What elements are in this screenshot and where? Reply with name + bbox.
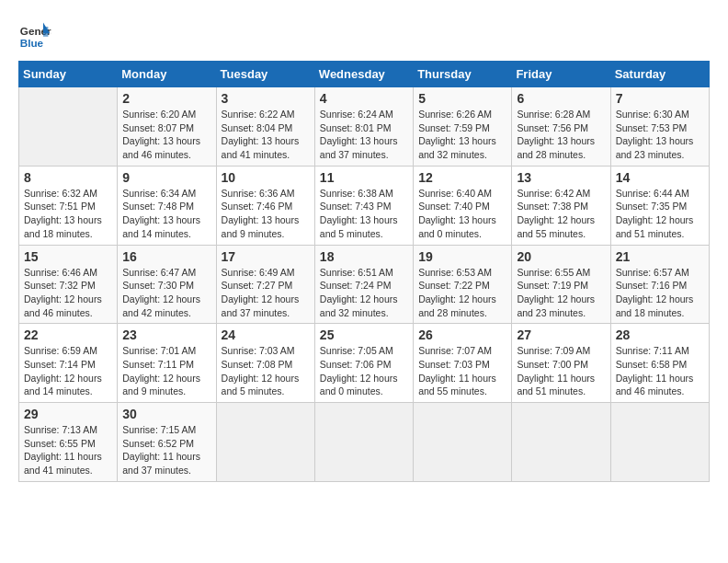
calendar-cell: 28Sunrise: 7:11 AM Sunset: 6:58 PM Dayli… [610,324,709,403]
calendar-table: SundayMondayTuesdayWednesdayThursdayFrid… [18,61,710,482]
calendar-cell: 23Sunrise: 7:01 AM Sunset: 7:11 PM Dayli… [118,324,216,403]
day-info: Sunrise: 6:49 AM Sunset: 7:27 PM Dayligh… [222,266,310,320]
day-info: Sunrise: 6:30 AM Sunset: 7:53 PM Dayligh… [616,108,704,162]
header-day-wednesday: Wednesday [314,62,413,87]
day-number: 16 [122,249,210,264]
day-info: Sunrise: 6:53 AM Sunset: 7:22 PM Dayligh… [418,266,506,320]
day-info: Sunrise: 6:42 AM Sunset: 7:38 PM Dayligh… [517,187,605,241]
calendar-cell: 2Sunrise: 6:20 AM Sunset: 8:07 PM Daylig… [118,87,216,167]
calendar-cell: 13Sunrise: 6:42 AM Sunset: 7:38 PM Dayli… [512,166,610,245]
day-info: Sunrise: 6:20 AM Sunset: 8:07 PM Dayligh… [122,108,210,162]
calendar-cell: 27Sunrise: 7:09 AM Sunset: 7:00 PM Dayli… [512,324,610,403]
calendar-cell: 22Sunrise: 6:59 AM Sunset: 7:14 PM Dayli… [19,324,118,403]
calendar-cell: 17Sunrise: 6:49 AM Sunset: 7:27 PM Dayli… [216,245,314,324]
day-info: Sunrise: 7:01 AM Sunset: 7:11 PM Dayligh… [122,344,210,398]
calendar-cell: 12Sunrise: 6:40 AM Sunset: 7:40 PM Dayli… [414,166,512,245]
calendar-cell [512,403,610,482]
header-row: SundayMondayTuesdayWednesdayThursdayFrid… [19,62,710,87]
calendar-body: 2Sunrise: 6:20 AM Sunset: 8:07 PM Daylig… [19,87,710,482]
calendar-cell [19,87,118,167]
calendar-cell: 15Sunrise: 6:46 AM Sunset: 7:32 PM Dayli… [19,245,118,324]
logo: General Blue [18,18,51,52]
day-info: Sunrise: 7:03 AM Sunset: 7:08 PM Dayligh… [222,344,310,398]
calendar-cell: 29Sunrise: 7:13 AM Sunset: 6:55 PM Dayli… [19,403,118,482]
day-number: 24 [222,327,310,342]
calendar-cell: 25Sunrise: 7:05 AM Sunset: 7:06 PM Dayli… [314,324,413,403]
day-info: Sunrise: 6:24 AM Sunset: 8:01 PM Dayligh… [320,108,408,162]
calendar-cell: 5Sunrise: 6:26 AM Sunset: 7:59 PM Daylig… [414,87,512,167]
day-number: 17 [222,249,310,264]
header-day-thursday: Thursday [414,62,512,87]
page-header: General Blue [18,18,710,52]
day-info: Sunrise: 6:44 AM Sunset: 7:35 PM Dayligh… [616,187,704,241]
day-info: Sunrise: 7:05 AM Sunset: 7:06 PM Dayligh… [320,344,408,398]
day-info: Sunrise: 6:59 AM Sunset: 7:14 PM Dayligh… [24,344,112,398]
day-info: Sunrise: 6:57 AM Sunset: 7:16 PM Dayligh… [616,266,704,320]
calendar-header: SundayMondayTuesdayWednesdayThursdayFrid… [19,62,710,87]
calendar-cell: 14Sunrise: 6:44 AM Sunset: 7:35 PM Dayli… [610,166,709,245]
day-number: 27 [517,327,605,342]
calendar-cell: 7Sunrise: 6:30 AM Sunset: 7:53 PM Daylig… [610,87,709,167]
day-info: Sunrise: 6:46 AM Sunset: 7:32 PM Dayligh… [24,266,112,320]
day-info: Sunrise: 6:36 AM Sunset: 7:46 PM Dayligh… [222,187,310,241]
day-info: Sunrise: 7:11 AM Sunset: 6:58 PM Dayligh… [616,344,704,398]
calendar-week-4: 22Sunrise: 6:59 AM Sunset: 7:14 PM Dayli… [19,324,710,403]
day-info: Sunrise: 7:13 AM Sunset: 6:55 PM Dayligh… [24,423,112,477]
day-info: Sunrise: 6:51 AM Sunset: 7:24 PM Dayligh… [320,266,408,320]
day-number: 14 [616,170,704,185]
svg-text:Blue: Blue [20,37,44,49]
day-number: 28 [616,327,704,342]
calendar-cell: 21Sunrise: 6:57 AM Sunset: 7:16 PM Dayli… [610,245,709,324]
svg-marker-3 [43,27,48,37]
calendar-cell: 20Sunrise: 6:55 AM Sunset: 7:19 PM Dayli… [512,245,610,324]
day-info: Sunrise: 6:55 AM Sunset: 7:19 PM Dayligh… [517,266,605,320]
day-number: 26 [418,327,506,342]
calendar-week-5: 29Sunrise: 7:13 AM Sunset: 6:55 PM Dayli… [19,403,710,482]
calendar-cell: 4Sunrise: 6:24 AM Sunset: 8:01 PM Daylig… [314,87,413,167]
day-number: 23 [122,327,210,342]
day-number: 25 [320,327,408,342]
calendar-cell: 9Sunrise: 6:34 AM Sunset: 7:48 PM Daylig… [118,166,216,245]
calendar-cell [414,403,512,482]
day-number: 29 [24,407,112,421]
calendar-cell: 11Sunrise: 6:38 AM Sunset: 7:43 PM Dayli… [314,166,413,245]
day-number: 6 [517,91,605,106]
header-day-saturday: Saturday [610,62,709,87]
calendar-week-1: 2Sunrise: 6:20 AM Sunset: 8:07 PM Daylig… [19,87,710,167]
calendar-cell: 26Sunrise: 7:07 AM Sunset: 7:03 PM Dayli… [414,324,512,403]
day-number: 20 [517,249,605,264]
calendar-cell: 24Sunrise: 7:03 AM Sunset: 7:08 PM Dayli… [216,324,314,403]
calendar-week-2: 8Sunrise: 6:32 AM Sunset: 7:51 PM Daylig… [19,166,710,245]
day-info: Sunrise: 7:07 AM Sunset: 7:03 PM Dayligh… [418,344,506,398]
calendar-cell: 6Sunrise: 6:28 AM Sunset: 7:56 PM Daylig… [512,87,610,167]
calendar-week-3: 15Sunrise: 6:46 AM Sunset: 7:32 PM Dayli… [19,245,710,324]
day-number: 11 [320,170,408,185]
calendar-cell: 10Sunrise: 6:36 AM Sunset: 7:46 PM Dayli… [216,166,314,245]
calendar-cell: 16Sunrise: 6:47 AM Sunset: 7:30 PM Dayli… [118,245,216,324]
day-info: Sunrise: 6:32 AM Sunset: 7:51 PM Dayligh… [24,187,112,241]
header-day-friday: Friday [512,62,610,87]
day-info: Sunrise: 6:47 AM Sunset: 7:30 PM Dayligh… [122,266,210,320]
day-number: 4 [320,91,408,106]
calendar-cell [610,403,709,482]
day-number: 18 [320,249,408,264]
header-day-monday: Monday [118,62,216,87]
day-info: Sunrise: 6:38 AM Sunset: 7:43 PM Dayligh… [320,187,408,241]
day-number: 8 [24,170,112,185]
day-info: Sunrise: 6:22 AM Sunset: 8:04 PM Dayligh… [222,108,310,162]
calendar-cell: 30Sunrise: 7:15 AM Sunset: 6:52 PM Dayli… [118,403,216,482]
day-number: 7 [616,91,704,106]
day-number: 5 [418,91,506,106]
calendar-cell: 8Sunrise: 6:32 AM Sunset: 7:51 PM Daylig… [19,166,118,245]
calendar-cell: 19Sunrise: 6:53 AM Sunset: 7:22 PM Dayli… [414,245,512,324]
day-number: 30 [122,407,210,421]
day-info: Sunrise: 7:15 AM Sunset: 6:52 PM Dayligh… [122,423,210,477]
day-number: 12 [418,170,506,185]
logo-icon: General Blue [18,18,51,52]
day-info: Sunrise: 6:40 AM Sunset: 7:40 PM Dayligh… [418,187,506,241]
day-info: Sunrise: 7:09 AM Sunset: 7:00 PM Dayligh… [517,344,605,398]
day-number: 10 [222,170,310,185]
day-number: 15 [24,249,112,264]
calendar-cell [314,403,413,482]
calendar-cell: 18Sunrise: 6:51 AM Sunset: 7:24 PM Dayli… [314,245,413,324]
